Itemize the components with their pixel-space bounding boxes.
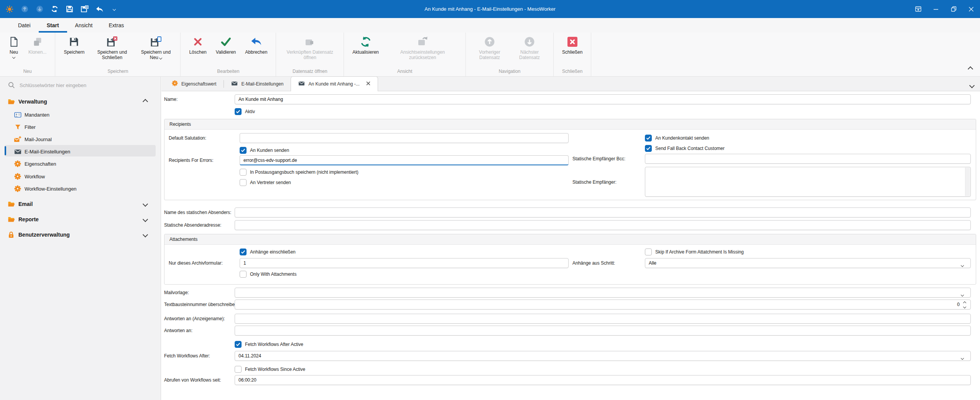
validate-button[interactable]: Validieren bbox=[211, 33, 240, 67]
search-input[interactable] bbox=[19, 82, 147, 89]
only-with-attachments-checkbox[interactable]: Only With Attachments bbox=[240, 270, 296, 278]
ribbon-group-neu: Neu Klonen... Neu bbox=[0, 33, 55, 76]
sidebar-item-mandanten[interactable]: Mandanten bbox=[0, 109, 161, 120]
close-record-button[interactable]: Schließen bbox=[557, 33, 587, 67]
save-button[interactable]: Speichern bbox=[59, 33, 89, 67]
chevron-down-icon[interactable] bbox=[143, 201, 147, 207]
refresh-button[interactable]: Aktualisieren bbox=[348, 33, 383, 67]
tab-close-icon[interactable] bbox=[366, 81, 370, 87]
checkbox-box[interactable] bbox=[235, 366, 242, 373]
ribbon-group-datensatz-oeffnen: Verknüpften Datensatz öffnen Datensatz ö… bbox=[276, 33, 344, 76]
mailvorlage-select[interactable] bbox=[235, 288, 971, 298]
close-icon[interactable] bbox=[962, 0, 980, 18]
menu-tab-ansicht[interactable]: Ansicht bbox=[67, 18, 101, 33]
fetch-workflows-after-date-input[interactable] bbox=[235, 351, 971, 361]
statischer-absender-name-input[interactable] bbox=[235, 207, 971, 217]
checkbox-box[interactable] bbox=[235, 341, 242, 348]
default-salutation-input[interactable] bbox=[240, 133, 569, 143]
restore-icon[interactable] bbox=[945, 0, 962, 18]
sidebar-item-eigenschaften[interactable]: Eigenschaften bbox=[0, 158, 161, 170]
sidebar-item-filter[interactable]: Filter bbox=[0, 121, 161, 133]
previous-record-label: Vorheriger Datensatz bbox=[479, 49, 500, 60]
sidebar-item-workflow-einstellungen[interactable]: Workflow-Einstellungen bbox=[0, 183, 161, 194]
sidebar-item-email-einstellungen[interactable]: E-Mail-Einstellungen bbox=[0, 146, 161, 157]
checkbox-box[interactable] bbox=[240, 249, 247, 255]
sidebar-search[interactable] bbox=[0, 80, 161, 91]
ribbon-group-schliessen: Schließen Schließen bbox=[554, 33, 591, 76]
skip-if-missing-checkbox[interactable]: Skip If Archive Form Attatchment Is Miss… bbox=[645, 248, 744, 256]
fetch-workflows-after-label: Fetch Workflows After: bbox=[164, 351, 210, 361]
recipients-for-errors-input[interactable] bbox=[240, 155, 569, 165]
antworten-an-anzeigename-input[interactable] bbox=[235, 314, 971, 324]
open-linked-record-button[interactable]: Verknüpften Datensatz öffnen bbox=[280, 33, 340, 67]
ribbon-pin-icon[interactable] bbox=[909, 0, 927, 18]
checkbox-box[interactable] bbox=[645, 135, 652, 142]
cancel-button[interactable]: Abbrechen bbox=[240, 33, 272, 67]
an-vertreter-senden-checkbox[interactable]: An Vertreter senden bbox=[240, 179, 291, 186]
number-spinner[interactable] bbox=[964, 302, 966, 308]
chevron-up-icon[interactable] bbox=[143, 98, 147, 105]
anhaenge-aus-schritt-select[interactable] bbox=[645, 258, 971, 268]
tab-an-kunde-mit-anhang[interactable]: An Kunde mit Anhang -... bbox=[291, 76, 378, 91]
checkbox-box[interactable] bbox=[645, 249, 652, 255]
sidebar-group-email[interactable]: Email bbox=[0, 198, 161, 210]
menu-tab-datei[interactable]: Datei bbox=[10, 18, 39, 33]
next-record-label: Nächster Datensatz bbox=[519, 49, 540, 60]
menu-tab-extras[interactable]: Extras bbox=[101, 18, 132, 33]
an-kunden-senden-checkbox[interactable]: An Kunden senden bbox=[240, 147, 289, 154]
next-record-button[interactable]: Nächster Datensatz bbox=[510, 33, 549, 67]
an-kundenkontakt-senden-checkbox[interactable]: An Kundenkontakt senden bbox=[645, 134, 709, 142]
sidebar-group-label: Reporte bbox=[18, 216, 39, 222]
sidebar-group-verwaltung[interactable]: Verwaltung bbox=[0, 96, 161, 107]
minimize-icon[interactable] bbox=[927, 0, 945, 18]
save-and-close-button[interactable]: Speichern und Schließen bbox=[89, 33, 135, 67]
in-postausgangsbuch-checkbox[interactable]: In Postausgangsbuch speichern (nicht imp… bbox=[240, 168, 358, 176]
fetch-workflows-after-active-checkbox[interactable]: Fetch Workflows After Active bbox=[235, 341, 303, 348]
antworten-an-input[interactable] bbox=[235, 326, 971, 336]
tab-eigenschaftswert[interactable]: Eigenschaftswert bbox=[164, 77, 224, 91]
delete-button[interactable]: Löschen bbox=[184, 33, 211, 67]
checkbox-box[interactable] bbox=[645, 145, 652, 152]
sidebar-item-workflow[interactable]: Workflow bbox=[0, 171, 161, 182]
new-document-icon bbox=[8, 35, 19, 48]
reset-view-settings-button[interactable]: Ansichtseinstellungen zurücksetzen bbox=[383, 33, 462, 67]
statische-empfaenger-textarea[interactable] bbox=[645, 167, 971, 197]
previous-record-button[interactable]: Vorheriger Datensatz bbox=[470, 33, 510, 67]
ribbon-group-label: Schließen bbox=[557, 67, 587, 76]
sidebar-item-mail-journal[interactable]: Mail-Journal bbox=[0, 133, 161, 145]
spinner-down-icon[interactable] bbox=[963, 305, 966, 308]
nur-dieses-archivformular-input[interactable] bbox=[240, 258, 569, 268]
abrufen-seit-time-input[interactable] bbox=[235, 375, 971, 385]
textarea-scrollbar[interactable] bbox=[965, 168, 970, 196]
chevron-down-icon[interactable] bbox=[143, 231, 147, 238]
chevron-down-icon[interactable] bbox=[143, 216, 147, 223]
tab-email-einstellungen[interactable]: E-Mail-Einstellungen bbox=[224, 77, 291, 91]
anhaenge-einschliessen-checkbox[interactable]: Anhänge einschließen bbox=[240, 248, 296, 256]
checkbox-box[interactable] bbox=[240, 147, 247, 154]
textbaustein-input[interactable] bbox=[235, 300, 971, 309]
document-tabstrip: Eigenschaftswert E-Mail-Einstellungen An… bbox=[161, 77, 980, 91]
send-fall-back-checkbox[interactable]: Send Fall Back Contact Customer bbox=[645, 145, 725, 152]
statische-absenderadresse-input[interactable] bbox=[235, 220, 971, 230]
tab-list-chevron-icon[interactable] bbox=[970, 82, 974, 89]
menu-tab-start[interactable]: Start bbox=[39, 18, 67, 33]
clone-button[interactable]: Klonen... bbox=[24, 33, 51, 67]
abrufen-seit-label: Abrufen von Workflows seit: bbox=[164, 375, 221, 385]
sidebar-group-benutzerverwaltung[interactable]: Benutzerverwaltung bbox=[0, 229, 161, 240]
sidebar-group-reporte[interactable]: Reporte bbox=[0, 214, 161, 225]
name-input[interactable] bbox=[235, 94, 971, 104]
save-and-new-dropdown-chevron-icon[interactable] bbox=[159, 56, 162, 59]
checkbox-box[interactable] bbox=[235, 108, 242, 115]
new-dropdown-chevron-icon[interactable] bbox=[12, 56, 15, 59]
checkbox-box[interactable] bbox=[240, 179, 247, 186]
ribbon-collapse-chevron-icon[interactable] bbox=[968, 66, 972, 72]
fetch-workflows-since-active-checkbox[interactable]: Fetch Workflows Since Active bbox=[235, 365, 305, 373]
checkbox-box[interactable] bbox=[240, 169, 247, 176]
ribbon-group-navigation: Vorheriger Datensatz Nächster Datensatz … bbox=[466, 33, 554, 76]
checkbox-box[interactable] bbox=[240, 271, 247, 278]
spinner-up-icon[interactable] bbox=[963, 301, 966, 305]
new-button[interactable]: Neu bbox=[4, 33, 24, 67]
statische-empfaenger-bcc-input[interactable] bbox=[645, 154, 971, 164]
aktiv-checkbox[interactable]: Aktiv bbox=[235, 108, 255, 115]
save-and-new-button[interactable]: Speichern und Neu bbox=[135, 33, 176, 67]
